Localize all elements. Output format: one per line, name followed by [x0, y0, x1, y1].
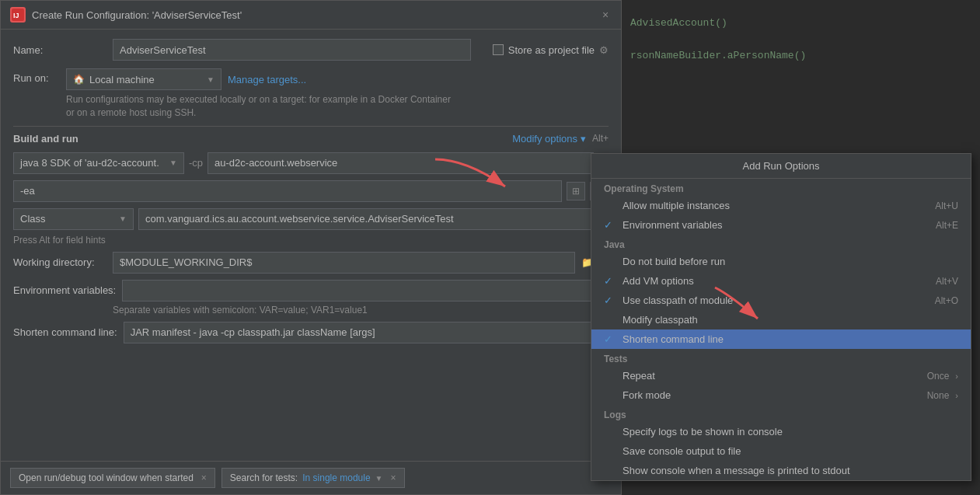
open-run-debug-btn[interactable]: Open run/debug tool window when started … [10, 468, 215, 488]
store-checkbox-row: Store as project file ⚙ [493, 44, 609, 56]
run-on-right: 🏠 Local machine ▼ Manage targets... Run … [66, 68, 455, 120]
class-row: Class ▼ ▼ [13, 208, 609, 230]
repeat-value: Once [927, 371, 950, 382]
check-repeat [604, 370, 616, 382]
class-type-label: Class [20, 213, 46, 225]
dropdown-item-save-console[interactable]: Save console output to file [591, 441, 971, 461]
sdk-row: java 8 SDK of 'au-d2c-account. ▼ -cp ▼ [13, 152, 609, 174]
run-on-select-row: 🏠 Local machine ▼ Manage targets... [66, 68, 455, 90]
check-add-vm: ✓ [604, 275, 616, 287]
check-modify-classpath [604, 314, 616, 326]
modify-options-arrow: ▾ [581, 133, 586, 145]
classpath-module-label: Use classpath of module [623, 295, 929, 306]
sdk-label: java 8 SDK of 'au-d2c-account. [20, 157, 159, 169]
dropdown-header: Add Run Options [591, 154, 971, 179]
vm-options-input[interactable] [13, 180, 562, 202]
env-vars-input[interactable] [122, 280, 594, 302]
dropdown-item-repeat[interactable]: Repeat Once › [591, 366, 971, 385]
sdk-dropdown-arrow: ▼ [169, 159, 177, 167]
no-build-label: Do not build before run [623, 256, 952, 267]
search-tests-close[interactable]: × [391, 472, 396, 483]
search-module-link[interactable]: In single module [302, 472, 370, 483]
bottom-toolbar: Open run/debug tool window when started … [1, 461, 621, 494]
fork-mode-value: None [927, 390, 950, 401]
dialog-titlebar: IJ Create Run Configuration: 'AdviserSer… [1, 1, 621, 30]
class-input[interactable] [138, 208, 594, 230]
section-label-java: Java [591, 235, 971, 252]
working-dir-label: Working directory: [13, 256, 106, 268]
divider-1 [13, 126, 609, 127]
section-label-os: Operating System [591, 179, 971, 196]
working-dir-row: Working directory: 📁 ⊞ [13, 252, 609, 274]
home-icon: 🏠 [73, 74, 85, 85]
class-type-arrow: ▼ [119, 214, 127, 223]
svg-text:IJ: IJ [13, 12, 19, 19]
shortcut-env-vars: Alt+E [936, 220, 958, 231]
env-vars-hint: Separate variables with semicolon: VAR=v… [113, 305, 609, 315]
build-run-header: Build and run Modify options ▾ Alt+ [13, 133, 609, 145]
repeat-chevron: › [955, 371, 958, 381]
class-type-select[interactable]: Class ▼ [13, 208, 134, 230]
store-checkbox-label: Store as project file [508, 44, 595, 56]
check-show-console [604, 465, 616, 476]
dropdown-item-no-build[interactable]: Do not build before run [591, 252, 971, 271]
dialog-body: Name: Store as project file ⚙ Run on: 🏠 … [1, 30, 621, 461]
dropdown-item-specify-logs[interactable]: Specify logs to be shown in console [591, 422, 971, 441]
dropdown-item-modify-classpath[interactable]: Modify classpath [591, 310, 971, 329]
shorten-cmd-row: Shorten command line: JAR manifest - jav… [13, 322, 609, 343]
run-on-row: Run on: 🏠 Local machine ▼ Manage targets… [13, 68, 609, 120]
section-label-tests: Tests [591, 349, 971, 366]
shorten-cmd-option-label: Shorten command line [623, 333, 952, 345]
vm-options-row: ⊞ ⊟ [13, 180, 609, 202]
repeat-label: Repeat [623, 370, 921, 382]
dropdown-item-fork-mode[interactable]: Fork mode None › [591, 385, 971, 405]
manage-targets-link[interactable]: Manage targets... [228, 74, 306, 85]
build-run-title: Build and run [13, 133, 78, 145]
check-classpath-module: ✓ [604, 295, 616, 306]
show-console-label: Show console when a message is printed t… [623, 465, 958, 476]
search-for-tests-btn[interactable]: Search for tests: In single module ▼ × [221, 468, 405, 488]
modify-options-label: Modify options [512, 133, 577, 145]
run-on-select[interactable]: 🏠 Local machine ▼ [66, 68, 221, 90]
run-on-value: Local machine [89, 74, 155, 85]
name-input[interactable] [113, 39, 471, 61]
store-checkbox[interactable] [493, 44, 504, 55]
dropdown-item-show-console[interactable]: Show console when a message is printed t… [591, 461, 971, 480]
dropdown-item-env-vars[interactable]: ✓ Environment variables Alt+E [591, 215, 971, 235]
cp-label: -cp [189, 157, 203, 169]
check-no-build [604, 256, 616, 267]
dropdown-item-add-vm[interactable]: ✓ Add VM options Alt+V [591, 271, 971, 291]
dropdown-item-shorten-cmd[interactable]: ✓ Shorten command line [591, 329, 971, 349]
check-fork-mode [604, 389, 616, 401]
cp-input[interactable] [208, 152, 594, 174]
name-label: Name: [13, 44, 106, 56]
working-dir-input[interactable] [113, 252, 575, 274]
search-module-arrow[interactable]: ▼ [375, 474, 383, 483]
section-label-logs: Logs [591, 405, 971, 422]
run-on-hint: Run configurations may be executed local… [66, 93, 455, 120]
dropdown-arrow-run-on: ▼ [207, 75, 214, 84]
env-vars-row: Environment variables: ⊞ [13, 280, 609, 302]
shorten-cmd-value: JAR manifest - java -cp classpath.jar cl… [131, 326, 375, 338]
add-run-options-dropdown: Add Run Options Operating System Allow m… [591, 153, 971, 481]
search-for-tests-label: Search for tests: [230, 472, 298, 483]
titlebar-left: IJ Create Run Configuration: 'AdviserSer… [10, 7, 242, 23]
save-console-label: Save console output to file [623, 445, 958, 457]
shorten-cmd-select[interactable]: JAR manifest - java -cp classpath.jar cl… [124, 322, 609, 343]
close-button[interactable]: × [599, 9, 612, 21]
dropdown-item-allow-multiple[interactable]: Allow multiple instances Alt+U [591, 196, 971, 215]
sdk-select[interactable]: java 8 SDK of 'au-d2c-account. ▼ [13, 152, 184, 174]
check-env-vars: ✓ [604, 219, 616, 231]
open-run-debug-close[interactable]: × [201, 472, 207, 483]
check-allow-multiple [604, 200, 616, 211]
check-shorten-cmd: ✓ [604, 333, 616, 345]
modify-options-button[interactable]: Modify options ▾ Alt+ [512, 133, 609, 145]
name-row: Name: Store as project file ⚙ [13, 39, 609, 61]
dropdown-item-classpath-module[interactable]: ✓ Use classpath of module Alt+O [591, 291, 971, 310]
code-line-2: rsonNameBuilder.aPersonName() [630, 48, 972, 64]
gear-icon[interactable]: ⚙ [599, 44, 609, 56]
check-specify-logs [604, 426, 616, 437]
vm-options-expand-btn[interactable]: ⊞ [567, 182, 585, 200]
shortcut-allow-multiple: Alt+U [935, 200, 958, 211]
alt-hint: Alt+ [592, 133, 609, 144]
